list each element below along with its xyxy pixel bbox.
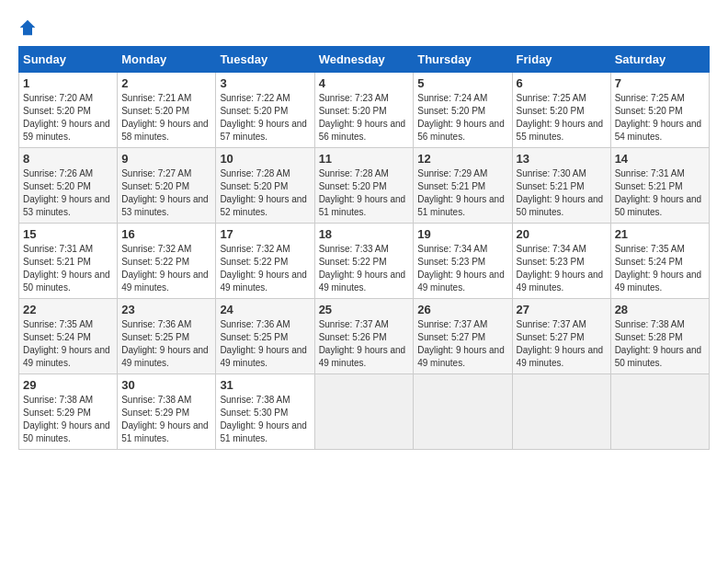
day-number: 17	[220, 227, 310, 241]
weekday-header-sunday: Sunday	[19, 47, 118, 73]
calendar-cell	[610, 374, 709, 450]
calendar-cell: 25Sunrise: 7:37 AMSunset: 5:26 PMDayligh…	[314, 299, 414, 374]
day-number: 13	[517, 152, 607, 166]
weekday-header-saturday: Saturday	[610, 47, 709, 73]
day-info: Sunrise: 7:35 AMSunset: 5:24 PMDaylight:…	[23, 318, 113, 370]
day-info: Sunrise: 7:28 AMSunset: 5:20 PMDaylight:…	[319, 167, 410, 219]
day-info: Sunrise: 7:25 AMSunset: 5:20 PMDaylight:…	[615, 92, 705, 144]
calendar-cell: 12Sunrise: 7:29 AMSunset: 5:21 PMDayligh…	[414, 148, 512, 224]
day-number: 23	[121, 303, 211, 316]
weekday-header-friday: Friday	[512, 47, 610, 73]
day-info: Sunrise: 7:38 AMSunset: 5:29 PMDaylight:…	[121, 394, 211, 445]
weekday-header-monday: Monday	[118, 47, 216, 73]
day-number: 8	[23, 152, 113, 166]
calendar-cell: 23Sunrise: 7:36 AMSunset: 5:25 PMDayligh…	[118, 299, 216, 374]
svg-marker-0	[20, 20, 36, 36]
day-info: Sunrise: 7:31 AMSunset: 5:21 PMDaylight:…	[615, 167, 705, 219]
calendar-cell: 8Sunrise: 7:26 AMSunset: 5:20 PMDaylight…	[19, 148, 118, 224]
day-number: 26	[417, 303, 507, 316]
day-number: 12	[417, 152, 507, 166]
day-info: Sunrise: 7:31 AMSunset: 5:21 PMDaylight:…	[23, 243, 113, 294]
weekday-header-thursday: Thursday	[414, 47, 512, 73]
day-info: Sunrise: 7:35 AMSunset: 5:24 PMDaylight:…	[615, 243, 705, 294]
day-number: 20	[517, 227, 607, 241]
day-info: Sunrise: 7:37 AMSunset: 5:27 PMDaylight:…	[517, 318, 607, 370]
calendar-cell: 6Sunrise: 7:25 AMSunset: 5:20 PMDaylight…	[512, 73, 610, 148]
calendar-cell: 5Sunrise: 7:24 AMSunset: 5:20 PMDaylight…	[414, 73, 512, 148]
day-info: Sunrise: 7:32 AMSunset: 5:22 PMDaylight:…	[220, 243, 310, 294]
day-number: 28	[615, 303, 705, 316]
calendar-cell: 30Sunrise: 7:38 AMSunset: 5:29 PMDayligh…	[118, 374, 216, 450]
calendar-cell: 11Sunrise: 7:28 AMSunset: 5:20 PMDayligh…	[314, 148, 414, 224]
day-info: Sunrise: 7:37 AMSunset: 5:26 PMDaylight:…	[319, 318, 410, 370]
day-info: Sunrise: 7:30 AMSunset: 5:21 PMDaylight:…	[517, 167, 607, 219]
day-info: Sunrise: 7:26 AMSunset: 5:20 PMDaylight:…	[23, 167, 113, 219]
calendar-cell	[314, 374, 414, 450]
day-number: 19	[417, 227, 507, 241]
calendar-cell: 10Sunrise: 7:28 AMSunset: 5:20 PMDayligh…	[216, 148, 314, 224]
day-info: Sunrise: 7:27 AMSunset: 5:20 PMDaylight:…	[121, 167, 211, 219]
day-info: Sunrise: 7:22 AMSunset: 5:20 PMDaylight:…	[220, 92, 310, 144]
day-number: 15	[23, 227, 113, 241]
day-info: Sunrise: 7:21 AMSunset: 5:20 PMDaylight:…	[121, 92, 211, 144]
day-number: 27	[517, 303, 607, 316]
calendar-cell: 20Sunrise: 7:34 AMSunset: 5:23 PMDayligh…	[512, 224, 610, 299]
calendar-cell: 27Sunrise: 7:37 AMSunset: 5:27 PMDayligh…	[512, 299, 610, 374]
day-number: 9	[121, 152, 211, 166]
calendar-cell: 7Sunrise: 7:25 AMSunset: 5:20 PMDaylight…	[610, 73, 709, 148]
day-info: Sunrise: 7:38 AMSunset: 5:28 PMDaylight:…	[615, 318, 705, 370]
day-number: 21	[615, 227, 705, 241]
day-number: 10	[220, 152, 310, 166]
day-number: 4	[319, 76, 410, 90]
weekday-header-wednesday: Wednesday	[314, 47, 414, 73]
header-section	[18, 18, 710, 37]
calendar-cell: 2Sunrise: 7:21 AMSunset: 5:20 PMDaylight…	[118, 73, 216, 148]
day-number: 3	[220, 76, 310, 90]
calendar-cell	[512, 374, 610, 450]
day-info: Sunrise: 7:37 AMSunset: 5:27 PMDaylight:…	[417, 318, 507, 370]
day-info: Sunrise: 7:25 AMSunset: 5:20 PMDaylight:…	[517, 92, 607, 144]
day-info: Sunrise: 7:38 AMSunset: 5:30 PMDaylight:…	[220, 394, 310, 445]
calendar-cell: 29Sunrise: 7:38 AMSunset: 5:29 PMDayligh…	[19, 374, 118, 450]
day-number: 16	[121, 227, 211, 241]
day-number: 2	[121, 76, 211, 90]
calendar-cell: 17Sunrise: 7:32 AMSunset: 5:22 PMDayligh…	[216, 224, 314, 299]
calendar-cell: 3Sunrise: 7:22 AMSunset: 5:20 PMDaylight…	[216, 73, 314, 148]
day-number: 31	[220, 378, 310, 392]
day-number: 24	[220, 303, 310, 316]
day-number: 6	[517, 76, 607, 90]
calendar-cell: 28Sunrise: 7:38 AMSunset: 5:28 PMDayligh…	[610, 299, 709, 374]
calendar-cell: 18Sunrise: 7:33 AMSunset: 5:22 PMDayligh…	[314, 224, 414, 299]
calendar-cell: 19Sunrise: 7:34 AMSunset: 5:23 PMDayligh…	[414, 224, 512, 299]
calendar-cell: 4Sunrise: 7:23 AMSunset: 5:20 PMDaylight…	[314, 73, 414, 148]
logo	[18, 18, 40, 37]
weekday-header-tuesday: Tuesday	[216, 47, 314, 73]
logo-icon	[18, 18, 37, 37]
calendar-cell: 26Sunrise: 7:37 AMSunset: 5:27 PMDayligh…	[414, 299, 512, 374]
day-info: Sunrise: 7:20 AMSunset: 5:20 PMDaylight:…	[23, 92, 113, 144]
day-number: 1	[23, 76, 113, 90]
calendar-cell: 22Sunrise: 7:35 AMSunset: 5:24 PMDayligh…	[19, 299, 118, 374]
day-number: 22	[23, 303, 113, 316]
day-info: Sunrise: 7:23 AMSunset: 5:20 PMDaylight:…	[319, 92, 410, 144]
calendar-cell: 9Sunrise: 7:27 AMSunset: 5:20 PMDaylight…	[118, 148, 216, 224]
calendar-cell: 14Sunrise: 7:31 AMSunset: 5:21 PMDayligh…	[610, 148, 709, 224]
day-number: 25	[319, 303, 410, 316]
day-info: Sunrise: 7:38 AMSunset: 5:29 PMDaylight:…	[23, 394, 113, 445]
day-info: Sunrise: 7:24 AMSunset: 5:20 PMDaylight:…	[417, 92, 507, 144]
calendar-cell: 1Sunrise: 7:20 AMSunset: 5:20 PMDaylight…	[19, 73, 118, 148]
calendar-table: SundayMondayTuesdayWednesdayThursdayFrid…	[18, 46, 710, 450]
day-number: 30	[121, 378, 211, 392]
calendar-cell	[414, 374, 512, 450]
day-number: 11	[319, 152, 410, 166]
day-info: Sunrise: 7:34 AMSunset: 5:23 PMDaylight:…	[417, 243, 507, 294]
day-info: Sunrise: 7:36 AMSunset: 5:25 PMDaylight:…	[121, 318, 211, 370]
day-info: Sunrise: 7:33 AMSunset: 5:22 PMDaylight:…	[319, 243, 410, 294]
calendar-cell: 13Sunrise: 7:30 AMSunset: 5:21 PMDayligh…	[512, 148, 610, 224]
day-number: 18	[319, 227, 410, 241]
day-info: Sunrise: 7:32 AMSunset: 5:22 PMDaylight:…	[121, 243, 211, 294]
day-info: Sunrise: 7:29 AMSunset: 5:21 PMDaylight:…	[417, 167, 507, 219]
day-number: 7	[615, 76, 705, 90]
day-info: Sunrise: 7:34 AMSunset: 5:23 PMDaylight:…	[517, 243, 607, 294]
day-info: Sunrise: 7:36 AMSunset: 5:25 PMDaylight:…	[220, 318, 310, 370]
